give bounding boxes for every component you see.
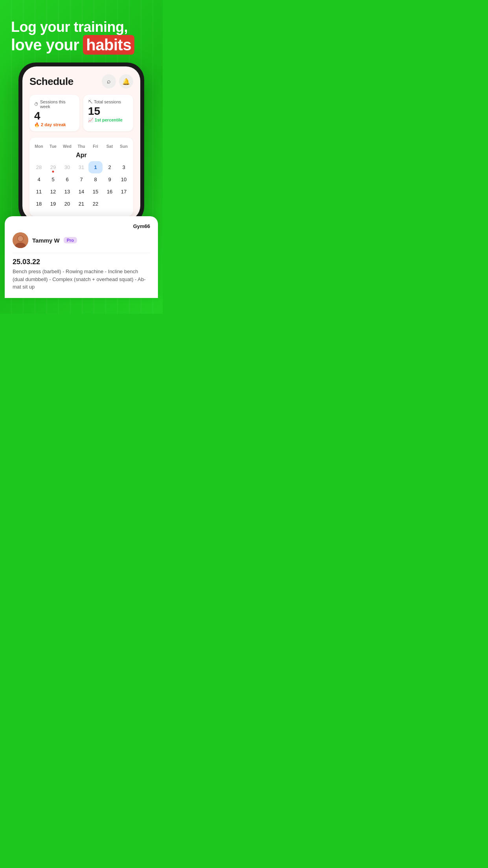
workout-description: Bench press (barbell) - Rowing machine -… bbox=[13, 268, 150, 291]
total-sessions-label: ⛏ Total sessions bbox=[88, 99, 128, 104]
avatar bbox=[13, 232, 28, 248]
cal-day-6[interactable]: 6 bbox=[60, 173, 74, 186]
cal-day-4[interactable]: 4 bbox=[32, 173, 46, 186]
app-title: Schedule bbox=[29, 75, 73, 88]
cal-day-21[interactable]: 21 bbox=[74, 198, 88, 210]
cal-day-9[interactable]: 9 bbox=[103, 173, 117, 186]
fire-icon: 🔥 bbox=[34, 122, 40, 127]
calendar-grid: 28 29 30 31 1 2 3 4 5 6 7 8 bbox=[32, 161, 131, 210]
header-icons: ⌕ 🔔 bbox=[102, 74, 133, 88]
calendar-days-header: Mon Tue Wed Thu Fri Sat Sun bbox=[32, 142, 131, 150]
day-fri: Fri bbox=[88, 142, 103, 150]
chart-icon: 📈 bbox=[88, 118, 94, 122]
hero-section: Log your training, love your habits bbox=[0, 0, 163, 63]
workout-date: 25.03.22 bbox=[13, 258, 150, 266]
cal-day-1-today[interactable]: 1 bbox=[88, 161, 103, 173]
cal-day-3[interactable]: 3 bbox=[117, 161, 131, 173]
cal-day-20[interactable]: 20 bbox=[60, 198, 74, 210]
phone-mockup-wrapper: Schedule ⌕ 🔔 bbox=[0, 63, 163, 224]
search-icon: ⌕ bbox=[107, 78, 111, 85]
cal-day-16[interactable]: 16 bbox=[103, 186, 117, 198]
hero-line2-prefix: love your bbox=[11, 36, 79, 54]
cal-day-18[interactable]: 18 bbox=[32, 198, 46, 210]
cal-day-7[interactable]: 7 bbox=[74, 173, 88, 186]
day-wed: Wed bbox=[60, 142, 74, 150]
phone-screen: Schedule ⌕ 🔔 bbox=[22, 66, 140, 220]
stats-row: ⏱ Sessions this week 4 🔥 2 day streak bbox=[29, 95, 133, 131]
phone-mockup: Schedule ⌕ 🔔 bbox=[18, 63, 144, 224]
day-tue: Tue bbox=[46, 142, 60, 150]
total-sessions-value: 15 bbox=[88, 106, 128, 117]
pro-badge: Pro bbox=[64, 237, 77, 243]
user-name: Tammy W bbox=[32, 237, 60, 244]
app-header: Schedule ⌕ 🔔 bbox=[29, 74, 133, 88]
stopwatch-icon: ⏱ bbox=[34, 102, 39, 107]
cal-day-empty-2 bbox=[117, 198, 131, 210]
sessions-this-week-card: ⏱ Sessions this week 4 🔥 2 day streak bbox=[29, 95, 79, 131]
notification-button[interactable]: 🔔 bbox=[119, 74, 133, 88]
calendar-month: Apr bbox=[32, 152, 131, 159]
search-button[interactable]: ⌕ bbox=[102, 74, 116, 88]
app-screen: Schedule ⌕ 🔔 bbox=[22, 66, 140, 220]
hero-line1: Log your training, bbox=[11, 19, 152, 35]
sessions-value: 4 bbox=[34, 110, 75, 121]
cal-day-15[interactable]: 15 bbox=[88, 186, 103, 198]
bell-icon: 🔔 bbox=[122, 78, 130, 85]
svg-point-3 bbox=[18, 236, 23, 241]
day-sat: Sat bbox=[103, 142, 117, 150]
day-mon: Mon bbox=[32, 142, 46, 150]
streak-label: 🔥 2 day streak bbox=[34, 122, 75, 127]
cal-day-31[interactable]: 31 bbox=[74, 161, 88, 173]
cal-day-11[interactable]: 11 bbox=[32, 186, 46, 198]
cal-day-19[interactable]: 19 bbox=[46, 198, 60, 210]
cal-day-28[interactable]: 28 bbox=[32, 161, 46, 173]
cal-day-13[interactable]: 13 bbox=[60, 186, 74, 198]
cal-day-30[interactable]: 30 bbox=[60, 161, 74, 173]
cal-day-14[interactable]: 14 bbox=[74, 186, 88, 198]
percentile-label: 📈 1st percentile bbox=[88, 118, 128, 123]
cal-day-10[interactable]: 10 bbox=[117, 173, 131, 186]
cal-day-22[interactable]: 22 bbox=[88, 198, 103, 210]
floating-workout-card: Gym66 Tammy W Pro 25.03.22 Bench press (… bbox=[5, 216, 158, 298]
hero-line2: love your habits bbox=[11, 35, 152, 55]
cal-day-5[interactable]: 5 bbox=[46, 173, 60, 186]
cal-day-empty-1 bbox=[103, 198, 117, 210]
calendar: Mon Tue Wed Thu Fri Sat Sun Apr 28 bbox=[29, 138, 133, 216]
cal-day-17[interactable]: 17 bbox=[117, 186, 131, 198]
day-thu: Thu bbox=[74, 142, 88, 150]
cal-day-8[interactable]: 8 bbox=[88, 173, 103, 186]
sessions-label: ⏱ Sessions this week bbox=[34, 99, 75, 109]
day-sun: Sun bbox=[117, 142, 131, 150]
gym-label: Gym66 bbox=[13, 223, 150, 229]
cal-day-29[interactable]: 29 bbox=[46, 161, 60, 173]
hero-habits-highlight: habits bbox=[83, 35, 134, 55]
user-row: Tammy W Pro bbox=[13, 232, 150, 253]
cal-day-12[interactable]: 12 bbox=[46, 186, 60, 198]
total-sessions-card: ⛏ Total sessions 15 📈 1st percentile bbox=[83, 95, 133, 131]
cal-day-2[interactable]: 2 bbox=[103, 161, 117, 173]
pickaxe-icon: ⛏ bbox=[88, 99, 92, 104]
